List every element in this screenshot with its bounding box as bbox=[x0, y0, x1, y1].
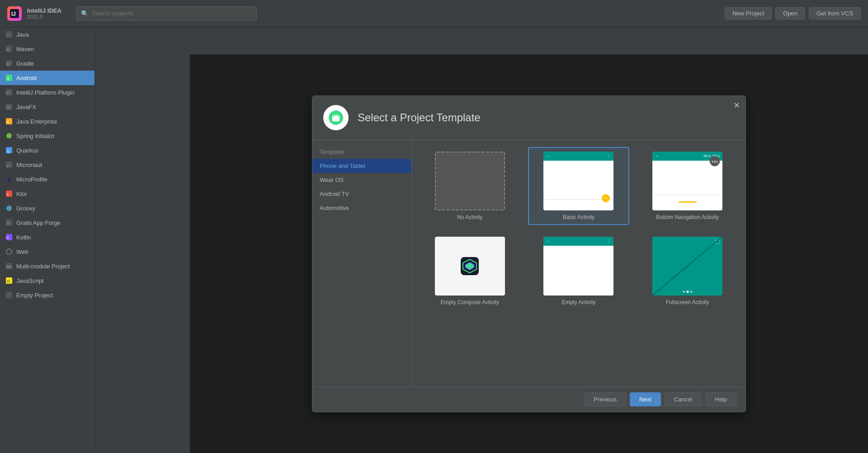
svg-text:JS: JS bbox=[6, 280, 10, 283]
topbar: IJ IntelliJ IDEA 2021.3 🔍 New Project Op… bbox=[0, 0, 868, 27]
template-card-bottom-nav[interactable]: ← 0K/s 0K/s bbox=[637, 147, 738, 225]
ktor-icon: K bbox=[5, 190, 13, 197]
no-activity-label: No Activity bbox=[457, 214, 482, 220]
templates-section-label: Templates bbox=[312, 147, 411, 159]
sidebar: J Java M Maven Gr Gradle A Android IP bbox=[0, 27, 95, 453]
gauge-chart: 43% bbox=[709, 155, 721, 167]
help-button[interactable]: Help bbox=[705, 392, 736, 406]
sidebar-item-ktor[interactable]: K Ktor bbox=[0, 186, 94, 201]
template-card-empty-activity[interactable]: ← ⋮ Empty Activity bbox=[528, 232, 630, 310]
svg-point-24 bbox=[6, 205, 12, 211]
cancel-button[interactable]: Cancel bbox=[665, 392, 702, 406]
quarkus-icon: Q bbox=[5, 147, 13, 154]
grails-icon: G bbox=[5, 219, 13, 226]
svg-text:M: M bbox=[6, 48, 9, 51]
sidebar-item-micronaut[interactable]: μ Micronaut bbox=[0, 157, 94, 172]
no-activity-preview bbox=[435, 152, 505, 210]
bottom-nav-preview: ← 0K/s 0K/s bbox=[652, 152, 722, 210]
dialog-header: Select a Project Template bbox=[312, 96, 745, 140]
sidebar-item-empty-project[interactable]: Empty Project bbox=[0, 288, 94, 302]
sidebar-item-java-enterprise[interactable]: E Java Enterprise bbox=[0, 114, 94, 129]
java-icon: J bbox=[5, 31, 13, 38]
app-version: 2021.3 bbox=[27, 14, 61, 19]
svg-marker-21 bbox=[6, 176, 12, 181]
maven-icon: M bbox=[5, 45, 13, 52]
sidebar-item-web[interactable]: Web bbox=[0, 244, 94, 259]
svg-rect-40 bbox=[338, 114, 339, 117]
basic-activity-preview: ← ⋮ + bbox=[543, 152, 613, 210]
sidebar-item-javascript[interactable]: JS JavaScript bbox=[0, 273, 94, 288]
empty-compose-preview bbox=[435, 237, 505, 296]
template-sidebar: Templates Phone and Tablet Wear OS Andro… bbox=[312, 140, 412, 386]
app-name: IntelliJ IDEA bbox=[27, 7, 61, 14]
template-card-basic-activity[interactable]: ← ⋮ + Basic Activity bbox=[528, 147, 630, 225]
sidebar-item-javafx[interactable]: FX JavaFX bbox=[0, 100, 94, 114]
category-automotive[interactable]: Automotive bbox=[312, 201, 411, 215]
template-card-fullscreen[interactable]: ⛶ bbox=[637, 232, 738, 310]
plugin-icon: IP bbox=[5, 89, 13, 96]
sidebar-item-gradle[interactable]: Gr Gradle bbox=[0, 56, 94, 71]
category-android-tv[interactable]: Android TV bbox=[312, 187, 411, 201]
sidebar-item-kotlin[interactable]: K Kotlin bbox=[0, 230, 94, 244]
dialog-close-button[interactable]: ✕ bbox=[733, 100, 740, 110]
sidebar-item-multi-module[interactable]: MM Multi-module Project bbox=[0, 259, 94, 273]
svg-text:G: G bbox=[7, 221, 9, 225]
search-input[interactable] bbox=[92, 10, 252, 17]
new-project-button[interactable]: New Project bbox=[725, 7, 772, 19]
svg-rect-34 bbox=[6, 292, 12, 298]
next-button[interactable]: Next bbox=[630, 392, 661, 406]
javafx-icon: FX bbox=[5, 103, 13, 110]
category-wear-os[interactable]: Wear OS bbox=[312, 173, 411, 187]
gradle-icon: Gr bbox=[5, 60, 13, 67]
groovy-icon bbox=[5, 205, 13, 212]
template-card-empty-compose[interactable]: Empty Compose Activity bbox=[419, 232, 521, 310]
search-bar[interactable]: 🔍 bbox=[76, 6, 257, 21]
sidebar-item-intellij-platform-plugin[interactable]: IP IntelliJ Platform Plugin bbox=[0, 85, 94, 100]
empty-activity-preview: ← ⋮ bbox=[543, 237, 613, 296]
svg-text:K: K bbox=[7, 236, 9, 240]
spring-icon bbox=[5, 132, 13, 139]
svg-point-16 bbox=[6, 133, 12, 138]
sidebar-item-quarkus[interactable]: Q Quarkus bbox=[0, 143, 94, 157]
sidebar-item-groovy[interactable]: Groovy bbox=[0, 201, 94, 215]
app-logo: IJ bbox=[7, 6, 22, 21]
sidebar-item-microprofile[interactable]: MicroProfile bbox=[0, 172, 94, 186]
svg-text:A: A bbox=[7, 76, 9, 81]
svg-text:43%: 43% bbox=[712, 160, 718, 163]
java-enterprise-icon: E bbox=[5, 118, 13, 125]
sidebar-item-spring-initializr[interactable]: Spring Initializr bbox=[0, 129, 94, 143]
kotlin-icon: K bbox=[5, 234, 13, 241]
sidebar-item-java[interactable]: J Java bbox=[0, 27, 94, 42]
open-button[interactable]: Open bbox=[775, 7, 805, 19]
multi-module-icon: MM bbox=[5, 262, 13, 270]
dialog-footer: Previous Next Cancel Help bbox=[312, 386, 745, 412]
svg-line-47 bbox=[652, 237, 722, 296]
svg-text:MM: MM bbox=[6, 265, 12, 268]
microprofile-icon bbox=[5, 176, 13, 183]
category-phone-tablet[interactable]: Phone and Tablet bbox=[312, 159, 411, 173]
new-project-dialog: ✕ Select a Project Template bbox=[312, 95, 746, 412]
sidebar-item-grails[interactable]: G Grails App Forge bbox=[0, 215, 94, 230]
svg-text:μ: μ bbox=[7, 163, 9, 167]
fs-dots bbox=[683, 291, 692, 293]
ba-fab: + bbox=[602, 194, 610, 202]
svg-text:FX: FX bbox=[6, 106, 10, 109]
javascript-icon: JS bbox=[5, 277, 13, 284]
template-card-no-activity[interactable]: No Activity bbox=[419, 147, 521, 225]
ba-back-arrow: ← bbox=[546, 153, 551, 158]
empty-project-icon bbox=[5, 291, 13, 299]
sidebar-item-android[interactable]: A Android bbox=[0, 71, 94, 85]
svg-text:IJ: IJ bbox=[11, 11, 16, 17]
sidebar-item-maven[interactable]: M Maven bbox=[0, 42, 94, 56]
get-from-vcs-button[interactable]: Get from VCS bbox=[809, 7, 861, 19]
search-icon: 🔍 bbox=[81, 10, 89, 17]
previous-button[interactable]: Previous bbox=[584, 392, 626, 406]
dialog-body: Templates Phone and Tablet Wear OS Andro… bbox=[312, 140, 745, 386]
svg-text:IP: IP bbox=[6, 91, 9, 95]
svg-text:Gr: Gr bbox=[6, 62, 10, 66]
dialog-backdrop: ✕ Select a Project Template bbox=[190, 54, 868, 453]
svg-text:J: J bbox=[7, 33, 9, 37]
svg-point-29 bbox=[6, 249, 12, 254]
main: J Java M Maven Gr Gradle A Android IP bbox=[0, 27, 868, 453]
android-icon: A bbox=[5, 74, 13, 81]
